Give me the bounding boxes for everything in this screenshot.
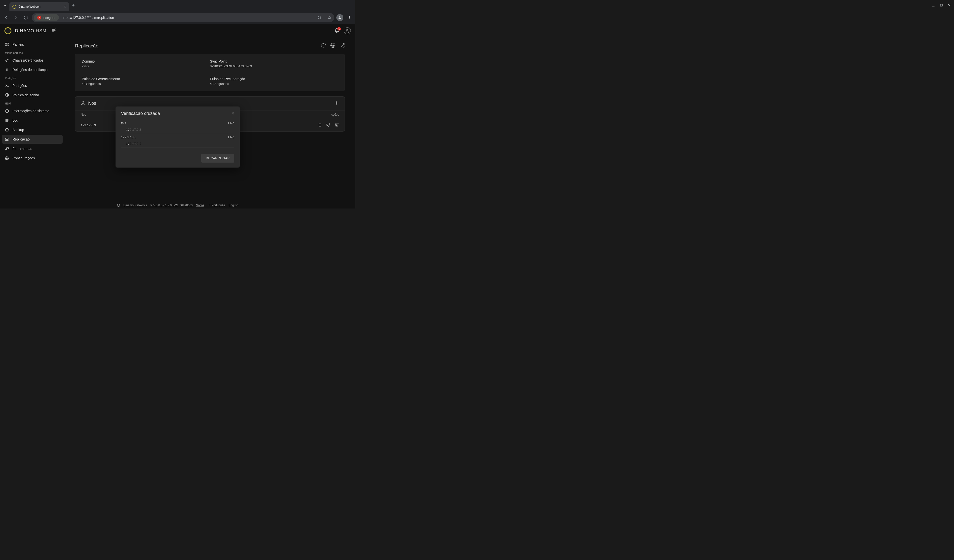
- svg-point-7: [349, 16, 350, 17]
- sidebar-toggle-icon[interactable]: [51, 28, 56, 34]
- app-header: DINAMO HSM 1: [0, 24, 355, 37]
- svg-point-21: [6, 84, 7, 86]
- footer-about-link[interactable]: Sobre: [196, 204, 204, 207]
- pulso-g-label: Pulso de Gerenciamento: [82, 77, 210, 81]
- pulso-g-value: 43 Segundos: [82, 82, 210, 86]
- tab-close-icon[interactable]: ×: [64, 5, 66, 9]
- footer-version: v. 5.3.0.0 - 1.2.0.0-21-g64e0dc0: [150, 204, 193, 207]
- info-card: Domínio<list> Sync Point0x98C015CE9F6F34…: [75, 54, 345, 91]
- cv-row: 172.17.0.31 Nó: [121, 134, 234, 140]
- merge-icon[interactable]: [340, 43, 345, 49]
- footer-logo-icon: [117, 204, 120, 207]
- page-title: Replicação: [75, 43, 98, 49]
- dominio-value: <list>: [82, 64, 210, 68]
- svg-line-40: [82, 103, 83, 104]
- node-sync-icon[interactable]: [318, 123, 322, 128]
- svg-line-41: [83, 103, 84, 104]
- sidebar-item-politica[interactable]: Política de senha: [2, 90, 62, 100]
- app-title: DINAMO HSM: [15, 28, 47, 34]
- sync-value: 0x98C015CE9F6F3473 3763: [210, 64, 338, 68]
- sidebar-item-log[interactable]: Log: [2, 116, 62, 125]
- svg-point-8: [349, 17, 350, 18]
- reload-button[interactable]: RECARREGAR: [201, 154, 234, 163]
- svg-line-35: [341, 44, 344, 47]
- svg-point-32: [332, 45, 334, 46]
- tab-dropdown[interactable]: [2, 2, 8, 9]
- cv-sub: 172.17.0.2: [121, 140, 234, 148]
- svg-rect-16: [5, 45, 7, 46]
- sidebar-item-configuracoes[interactable]: Configurações: [2, 154, 62, 163]
- sidebar-item-backup[interactable]: Backup: [2, 125, 62, 134]
- node-dislike-icon[interactable]: [326, 123, 330, 128]
- node-delete-icon[interactable]: [335, 123, 339, 128]
- footer-company: Dinamo Networks: [123, 204, 147, 207]
- notification-badge: 1: [337, 27, 341, 31]
- broadcast-icon[interactable]: [330, 43, 335, 49]
- reload-button[interactable]: [22, 14, 30, 22]
- lang-pt[interactable]: Português: [207, 204, 225, 207]
- nodes-title: Nós: [88, 101, 96, 106]
- sidebar: Painéis Minha partição Chaves/Certificad…: [0, 37, 65, 208]
- pulso-r-label: Pulso de Recuperação: [210, 77, 338, 81]
- sidebar-item-particoes[interactable]: Partições: [2, 81, 62, 90]
- col-acoes: Ações: [331, 113, 339, 117]
- sidebar-item-relacoes[interactable]: Relações de confiança: [2, 65, 62, 74]
- svg-line-20: [8, 59, 8, 59]
- sidebar-heading-hsm: HSM: [2, 100, 62, 106]
- svg-point-9: [349, 19, 350, 19]
- browser-tab[interactable]: Dinamo Webcon ×: [9, 2, 69, 11]
- svg-rect-29: [6, 138, 8, 139]
- svg-rect-15: [7, 43, 8, 44]
- security-chip[interactable]: ✕ Inseguro: [34, 14, 59, 21]
- lang-en[interactable]: English: [229, 204, 238, 207]
- svg-rect-14: [5, 43, 7, 44]
- svg-marker-6: [328, 16, 331, 19]
- cv-row: this1 Nó: [121, 120, 234, 126]
- security-label: Inseguro: [43, 16, 55, 20]
- hub-icon: [81, 101, 86, 106]
- modal-close-icon[interactable]: ×: [232, 111, 234, 116]
- sidebar-item-paineis[interactable]: Painéis: [2, 40, 62, 49]
- address-bar[interactable]: ✕ Inseguro https://127.0.0.1/#/hsm/repli…: [32, 13, 334, 22]
- svg-point-31: [6, 158, 8, 159]
- add-node-button[interactable]: [334, 101, 339, 106]
- svg-point-33: [331, 44, 334, 47]
- sidebar-item-chaves[interactable]: Chaves/Certificados: [2, 56, 62, 65]
- col-nos: Nós: [81, 113, 86, 117]
- modal-title: Verificação cruzada: [121, 111, 160, 116]
- sidebar-item-ferramentas[interactable]: Ferramentas: [2, 144, 62, 153]
- tab-title: Dinamo Webcon: [19, 5, 62, 8]
- svg-rect-17: [7, 45, 8, 46]
- bookmark-icon[interactable]: [326, 14, 334, 22]
- notifications-button[interactable]: 1: [334, 28, 339, 34]
- tab-favicon-icon: [12, 5, 16, 9]
- cross-verify-modal: Verificação cruzada × this1 Nó 172.17.0.…: [115, 106, 240, 168]
- svg-rect-30: [6, 140, 8, 140]
- back-button[interactable]: [2, 14, 10, 22]
- app-logo-icon: [5, 27, 11, 34]
- footer: Dinamo Networks v. 5.3.0.0 - 1.2.0.0-21-…: [0, 204, 355, 207]
- menu-icon[interactable]: [345, 14, 353, 22]
- sync-icon[interactable]: [321, 43, 326, 49]
- new-tab-button[interactable]: +: [72, 3, 75, 8]
- svg-point-13: [346, 29, 348, 31]
- sidebar-item-info[interactable]: Informações do sistema: [2, 106, 62, 115]
- sidebar-heading-partition: Minha partição: [2, 50, 62, 55]
- url-text: https://127.0.0.1/#/hsm/replication: [61, 16, 313, 20]
- zoom-icon[interactable]: [315, 14, 323, 22]
- sync-label: Sync Point: [210, 59, 338, 63]
- sidebar-item-replicacao[interactable]: Replicação: [2, 135, 62, 144]
- cv-sub: 172.17.0.3: [121, 126, 234, 133]
- user-avatar[interactable]: [344, 27, 351, 34]
- profile-icon[interactable]: [337, 14, 343, 21]
- node-ip: 172.17.0.3: [81, 123, 96, 127]
- forward-button[interactable]: [12, 14, 20, 22]
- warning-icon: ✕: [37, 16, 41, 20]
- pulso-r-value: 43 Segundos: [210, 82, 338, 86]
- dominio-label: Domínio: [82, 59, 210, 63]
- sidebar-heading-partitions: Partições: [2, 75, 62, 81]
- svg-line-5: [320, 19, 321, 19]
